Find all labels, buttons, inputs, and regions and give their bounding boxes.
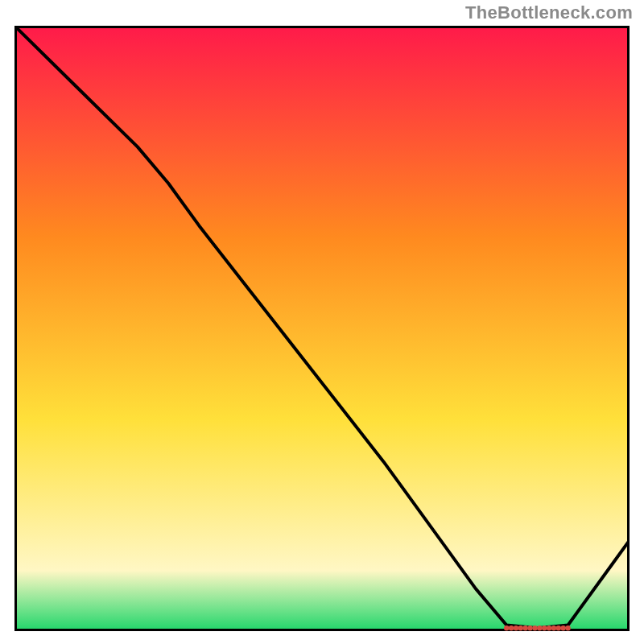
optimal-dot — [509, 625, 514, 630]
optimal-dot — [518, 625, 523, 630]
optimal-dot — [532, 625, 537, 630]
optimal-dot — [527, 625, 532, 630]
optimal-dot — [556, 625, 561, 630]
optimal-dot — [551, 625, 556, 630]
watermark-text: TheBottleneck.com — [465, 2, 633, 23]
optimal-dot — [565, 625, 570, 630]
chart-frame: { "watermark": "TheBottleneck.com", "col… — [0, 0, 644, 644]
optimal-dot — [542, 625, 547, 630]
optimal-dot — [514, 625, 518, 630]
optimal-dot — [537, 625, 542, 630]
optimal-dot — [547, 625, 551, 630]
chart-svg — [14, 26, 630, 631]
optimal-dot — [561, 625, 566, 630]
optimal-dot — [523, 625, 528, 630]
optimal-dot — [504, 625, 509, 630]
chart-plot — [14, 26, 630, 631]
